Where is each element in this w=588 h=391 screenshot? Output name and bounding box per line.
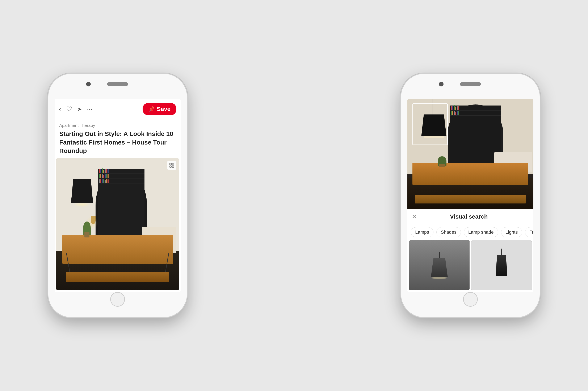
article-source: Apartment Therapy	[59, 123, 176, 128]
pendant-wire-left	[81, 158, 81, 182]
tag-lamp-shade[interactable]: Lamp shade	[464, 227, 498, 237]
wall-sconce-left	[91, 216, 96, 224]
left-phone: ‹ ♡ ➤ ··· 📌 Save Apartment Therapy Start…	[48, 74, 187, 317]
svg-rect-0	[170, 163, 171, 165]
tag-lamps[interactable]: Lamps	[411, 227, 434, 237]
lamp-card-bg-2	[471, 240, 532, 290]
tag-lights[interactable]: Lights	[501, 227, 522, 237]
dining-table-left	[62, 235, 173, 264]
svg-rect-3	[172, 166, 174, 167]
ri-plant-vase	[439, 164, 445, 167]
lamp-body-1	[431, 252, 448, 279]
right-camera	[439, 82, 443, 87]
pin-icon: 📌	[148, 106, 155, 112]
visual-search-selection-box[interactable]	[413, 103, 448, 145]
visual-search-panel: ✕ Visual search Lamps Shades Lamp shade …	[407, 209, 533, 292]
pendant-shade-left	[71, 179, 93, 203]
lamp-wire-r1	[439, 252, 440, 258]
svg-rect-1	[172, 163, 174, 165]
save-label: Save	[157, 106, 170, 112]
home-btn-right[interactable]	[463, 292, 478, 307]
right-screen: ✕ Visual search Lamps Shades Lamp shade …	[407, 99, 533, 292]
left-screen: ‹ ♡ ➤ ··· 📌 Save Apartment Therapy Start…	[55, 99, 181, 292]
right-phone: ✕ Visual search Lamps Shades Lamp shade …	[401, 74, 540, 317]
more-button[interactable]: ···	[87, 105, 93, 113]
results-grid	[407, 240, 533, 292]
vs-title: Visual search	[417, 213, 521, 220]
top-bar-icons: ‹ ♡ ➤ ···	[59, 105, 143, 113]
lamp-bottom-1	[431, 277, 448, 279]
share-button[interactable]: ➤	[77, 106, 82, 112]
article-text-area: Apartment Therapy Starting Out in Style:…	[55, 119, 181, 158]
vs-close-button[interactable]: ✕	[412, 213, 417, 220]
ri-bench	[415, 195, 526, 203]
back-button[interactable]: ‹	[59, 105, 61, 113]
lamp-wire-r2	[501, 249, 502, 256]
left-camera	[86, 82, 91, 87]
right-speaker	[460, 82, 481, 86]
vs-header: ✕ Visual search	[407, 209, 533, 224]
heart-button[interactable]: ♡	[66, 105, 72, 113]
left-speaker	[107, 82, 128, 86]
result-card-1[interactable]	[409, 240, 469, 290]
bench-left	[66, 272, 169, 282]
right-main-image	[407, 99, 533, 209]
article-title: Starting Out in Style: A Look Inside 10 …	[59, 130, 176, 155]
lamp-cone-2	[494, 255, 509, 276]
top-bar: ‹ ♡ ➤ ··· 📌 Save	[55, 99, 181, 119]
visual-search-icon-overlay[interactable]	[167, 161, 176, 170]
tag-tab[interactable]: Tab	[525, 227, 533, 237]
result-card-2[interactable]	[471, 240, 532, 290]
lamp-cone-1	[431, 258, 448, 277]
tags-row: Lamps Shades Lamp shade Lights Tab	[407, 224, 533, 240]
home-btn-left[interactable]	[110, 292, 125, 307]
interior-scene-left	[56, 158, 179, 291]
lamp-card-bg-1	[409, 240, 469, 290]
plant-vase-left	[84, 232, 89, 237]
save-button[interactable]: 📌 Save	[143, 103, 176, 115]
ri-table	[413, 163, 528, 185]
svg-rect-2	[170, 166, 171, 167]
main-article-image	[56, 158, 179, 291]
tag-shades[interactable]: Shades	[436, 227, 461, 237]
